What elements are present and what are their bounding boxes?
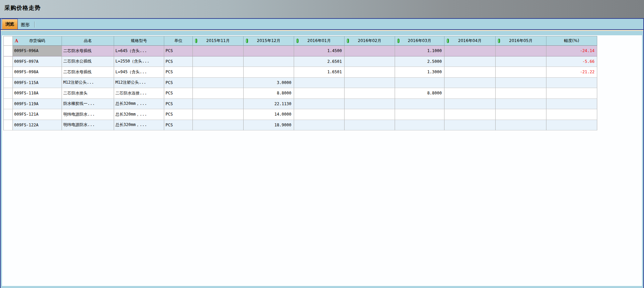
- cell-code[interactable]: 009FS-122A: [13, 120, 62, 131]
- cell-m201601[interactable]: [294, 88, 345, 99]
- table-row[interactable]: 009FS-115AM12注塑公头...M12注塑公头...PCS3.0000: [4, 78, 597, 88]
- cell-spec[interactable]: 总长320mm，...: [114, 109, 164, 120]
- cell-m201602[interactable]: [345, 99, 395, 110]
- column-header-m201602[interactable]: 2016年02月: [345, 36, 395, 46]
- column-header-code[interactable]: A存货编码: [13, 36, 62, 46]
- tab-graph[interactable]: 图形: [18, 20, 33, 29]
- cell-m201601[interactable]: [294, 78, 345, 88]
- cell-m201605[interactable]: [496, 88, 546, 99]
- cell-m201605[interactable]: [496, 109, 546, 120]
- cell-name[interactable]: M12注塑公头...: [62, 78, 114, 88]
- cell-unit[interactable]: PCS: [164, 67, 193, 78]
- cell-m201512[interactable]: 8.8000: [244, 88, 294, 99]
- table-row[interactable]: 009FS-096A二芯防水母插线L=645（含头...PCS1.45001.1…: [4, 46, 597, 56]
- cell-spec[interactable]: L=2550（含头...: [114, 56, 164, 67]
- cell-m201511[interactable]: [193, 46, 244, 56]
- cell-code[interactable]: 009FS-118A: [13, 88, 62, 99]
- column-header-name[interactable]: 品名: [62, 36, 114, 46]
- cell-code[interactable]: 009FS-121A: [13, 109, 62, 120]
- cell-m201603[interactable]: [395, 109, 444, 120]
- cell-range[interactable]: [546, 120, 597, 131]
- cell-range[interactable]: -21.22: [546, 67, 597, 78]
- cell-m201511[interactable]: [193, 99, 244, 110]
- column-header-m201512[interactable]: 2015年12月: [244, 36, 294, 46]
- cell-m201605[interactable]: [496, 78, 546, 88]
- cell-m201602[interactable]: [345, 67, 395, 78]
- column-header-spec[interactable]: 规格型号: [114, 36, 164, 46]
- cell-unit[interactable]: PCS: [164, 88, 193, 99]
- table-row[interactable]: 009FS-119A防水橡胶线一...总长320mm，...PCS22.1130: [4, 99, 597, 110]
- column-header-m201604[interactable]: 2016年04月: [444, 36, 496, 46]
- cell-m201603[interactable]: 1.3000: [395, 67, 444, 78]
- cell-range[interactable]: [546, 88, 597, 99]
- column-header-m201603[interactable]: 2016年03月: [395, 36, 444, 46]
- cell-unit[interactable]: PCS: [164, 120, 193, 131]
- cell-m201605[interactable]: [496, 56, 546, 67]
- cell-spec[interactable]: L=645（含头...: [114, 46, 164, 56]
- cell-m201603[interactable]: [395, 120, 444, 131]
- cell-unit[interactable]: PCS: [164, 109, 193, 120]
- table-row[interactable]: 009FS-121A明纬电源防水...总长320mm，...PCS14.0000: [4, 109, 597, 120]
- cell-range[interactable]: [546, 78, 597, 88]
- cell-m201602[interactable]: [345, 46, 395, 56]
- cell-name[interactable]: 防水橡胶线一...: [62, 99, 114, 110]
- cell-name[interactable]: 二芯防水母插线: [62, 46, 114, 56]
- cell-m201605[interactable]: [496, 67, 546, 78]
- cell-m201603[interactable]: [395, 78, 444, 88]
- table-row[interactable]: 009FS-118A二芯防水接头二芯防水连接...PCS8.80008.8000: [4, 88, 597, 99]
- cell-range[interactable]: [546, 109, 597, 120]
- cell-spec[interactable]: 二芯防水连接...: [114, 88, 164, 99]
- cell-m201512[interactable]: [244, 56, 294, 67]
- cell-name[interactable]: 明纬电源防水...: [62, 120, 114, 131]
- cell-unit[interactable]: PCS: [164, 99, 193, 110]
- cell-m201601[interactable]: [294, 120, 345, 131]
- cell-m201604[interactable]: [444, 88, 496, 99]
- cell-m201604[interactable]: [444, 99, 496, 110]
- row-selector-cell[interactable]: [4, 67, 13, 78]
- cell-m201601[interactable]: 1.4500: [294, 46, 345, 56]
- cell-m201511[interactable]: [193, 78, 244, 88]
- row-selector-cell[interactable]: [4, 88, 13, 99]
- cell-m201511[interactable]: [193, 88, 244, 99]
- cell-m201604[interactable]: [444, 78, 496, 88]
- cell-m201604[interactable]: [444, 56, 496, 67]
- table-row[interactable]: 009FS-122A明纬电源防水...总长320mm，...PCS18.9000: [4, 120, 597, 131]
- cell-spec[interactable]: 总长320mm，...: [114, 99, 164, 110]
- cell-m201602[interactable]: [345, 88, 395, 99]
- cell-spec[interactable]: 总长320mm，...: [114, 120, 164, 131]
- cell-m201604[interactable]: [444, 109, 496, 120]
- cell-m201511[interactable]: [193, 120, 244, 131]
- cell-m201603[interactable]: 2.5000: [395, 56, 444, 67]
- row-selector-cell[interactable]: [4, 109, 13, 120]
- cell-unit[interactable]: PCS: [164, 78, 193, 88]
- cell-m201512[interactable]: 18.9000: [244, 120, 294, 131]
- cell-code[interactable]: 009FS-119A: [13, 99, 62, 110]
- column-header-m201601[interactable]: 2016年01月: [294, 36, 345, 46]
- column-header-m201511[interactable]: 2015年11月: [193, 36, 244, 46]
- cell-m201603[interactable]: 8.8000: [395, 88, 444, 99]
- cell-m201604[interactable]: [444, 120, 496, 131]
- cell-m201603[interactable]: 1.1000: [395, 46, 444, 56]
- cell-m201512[interactable]: [244, 67, 294, 78]
- cell-m201511[interactable]: [193, 56, 244, 67]
- cell-name[interactable]: 明纬电源防水...: [62, 109, 114, 120]
- cell-m201602[interactable]: [345, 120, 395, 131]
- cell-code[interactable]: 009FS-098A: [13, 67, 62, 78]
- cell-code[interactable]: 009FS-097A: [13, 56, 62, 67]
- cell-range[interactable]: [546, 99, 597, 110]
- cell-m201512[interactable]: 14.0000: [244, 109, 294, 120]
- cell-m201605[interactable]: [496, 99, 546, 110]
- cell-unit[interactable]: PCS: [164, 46, 193, 56]
- cell-m201601[interactable]: [294, 109, 345, 120]
- cell-m201605[interactable]: [496, 120, 546, 131]
- row-selector-cell[interactable]: [4, 99, 13, 110]
- row-selector-cell[interactable]: [4, 46, 13, 56]
- cell-code[interactable]: 009FS-115A: [13, 78, 62, 88]
- cell-m201601[interactable]: [294, 99, 345, 110]
- cell-m201511[interactable]: [193, 109, 244, 120]
- cell-range[interactable]: -24.14: [546, 46, 597, 56]
- row-selector-cell[interactable]: [4, 78, 13, 88]
- cell-m201601[interactable]: 2.6501: [294, 56, 345, 67]
- cell-name[interactable]: 二芯防水母插线: [62, 67, 114, 78]
- cell-m201602[interactable]: [345, 78, 395, 88]
